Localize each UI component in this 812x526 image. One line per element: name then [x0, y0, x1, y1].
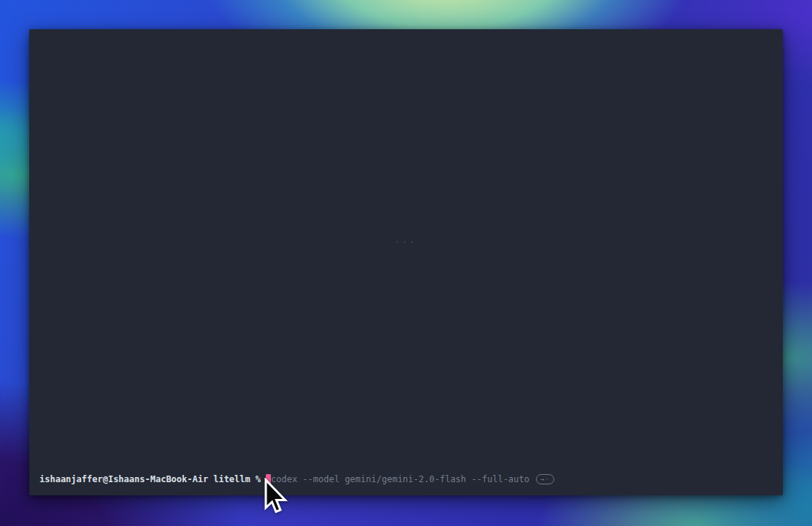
desktop-wallpaper: ··· ishaanjaffer@Ishaans-MacBook-Air lit… — [0, 0, 812, 526]
terminal-prompt-line[interactable]: ishaanjaffer@Ishaans-MacBook-Air litellm… — [39, 473, 554, 485]
tab-hint-badge: →· — [536, 474, 554, 484]
text-cursor — [266, 474, 271, 484]
autosuggestion-text: codex --model gemini/gemini-2.0-flash --… — [271, 473, 529, 485]
prompt-directory: litellm — [213, 473, 250, 485]
tab-hint-label: →· — [540, 475, 550, 484]
terminal-window[interactable]: ··· ishaanjaffer@Ishaans-MacBook-Air lit… — [29, 29, 783, 495]
loading-dots: ··· — [395, 238, 417, 246]
prompt-user-host: ishaanjaffer@Ishaans-MacBook-Air — [39, 473, 208, 485]
prompt-symbol: % — [256, 473, 261, 485]
